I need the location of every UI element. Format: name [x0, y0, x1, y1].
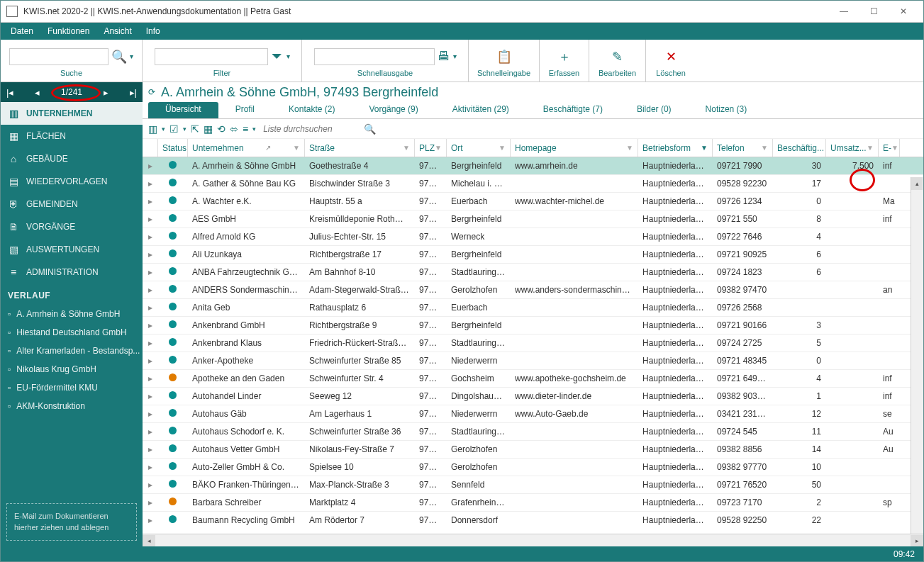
list-icon[interactable]: ≡	[243, 123, 248, 135]
row-expander[interactable]: ▸	[143, 513, 158, 526]
scroll-up-icon[interactable]: ▴	[911, 177, 923, 190]
row-expander[interactable]: ▸	[143, 212, 158, 226]
nav-first-button[interactable]: |◂	[6, 87, 13, 98]
row-expander[interactable]: ▸	[143, 460, 158, 474]
sidebar-item-wiedervorlagen[interactable]: ▤WIEDERVORLAGEN	[1, 170, 143, 193]
filter-icon[interactable]: ▼	[435, 144, 442, 152]
filter-icon[interactable]: ▼	[403, 144, 410, 152]
col-header-9[interactable]: Umsatz...▼	[826, 139, 879, 157]
tab-3[interactable]: Vorgänge (9)	[352, 102, 435, 118]
filter-icon[interactable]: ▼	[293, 144, 300, 152]
col-header-8[interactable]: Beschäftig...▼	[773, 139, 826, 157]
filter-input[interactable]	[155, 48, 268, 65]
sidebar-item-gemeinden[interactable]: ⛨GEMEINDEN	[1, 193, 143, 215]
row-expander[interactable]: ▸	[143, 194, 158, 208]
search-input[interactable]	[9, 48, 108, 65]
filter-icon[interactable]: ▼	[701, 144, 708, 152]
tab-0[interactable]: Übersicht	[148, 102, 218, 118]
row-expander[interactable]: ▸	[143, 265, 158, 279]
row-expander[interactable]: ▸	[143, 478, 158, 492]
tab-6[interactable]: Bilder (0)	[620, 102, 689, 118]
history-item[interactable]: ▫A. Amrhein & Söhne GmbH	[1, 305, 143, 323]
table-row[interactable]: ▸A. Wachter e.K.Hauptstr. 55 a97502Euerb…	[143, 193, 923, 210]
scroll-right-icon[interactable]: ▸	[911, 535, 923, 546]
filter-icon[interactable]: ▼	[867, 144, 874, 152]
table-row[interactable]: ▸Ali UzunkayaRichtbergstraße 1797493Berg…	[143, 246, 923, 264]
grid-icon[interactable]: ▦	[204, 123, 213, 135]
list-search-input[interactable]	[260, 122, 360, 136]
email-dropzone[interactable]: E-Mail zum Dokumentieren hierher ziehen …	[6, 503, 137, 541]
menu-daten[interactable]: Daten	[4, 25, 40, 38]
col-header-7[interactable]: Telefon▼	[713, 139, 773, 157]
history-item[interactable]: ▫Hiestand Deutschland GmbH	[1, 323, 143, 342]
col-header-1[interactable]: Unternehmen↗▼	[188, 139, 305, 157]
nav-next-button[interactable]: ▸	[104, 87, 108, 98]
col-header-0[interactable]: Status▼	[158, 139, 188, 157]
print-icon[interactable]: 🖶	[438, 49, 450, 64]
row-expander[interactable]: ▸	[143, 495, 158, 510]
table-row[interactable]: ▸Barbara SchreiberMarktplatz 497506Grafe…	[143, 494, 923, 512]
quickin-label[interactable]: Schnelleingabe	[477, 69, 530, 77]
history-item[interactable]: ▫Nikolaus Krug GmbH	[1, 360, 143, 378]
export-icon[interactable]: ⇱	[191, 123, 199, 135]
table-row[interactable]: ▸Baumann Recycling GmbHAm Rödertor 79749…	[143, 512, 923, 526]
quickout-input[interactable]	[314, 48, 435, 65]
col-header-5[interactable]: Homepage▼	[511, 139, 638, 157]
table-row[interactable]: ▸ANBA Fahrzeugtechnik GmbHAm Bahnhof 8-1…	[143, 264, 923, 281]
filter-icon[interactable]: ▼	[626, 144, 633, 152]
tab-5[interactable]: Beschäftigte (7)	[526, 102, 620, 118]
search-dropdown-icon[interactable]: ▾	[130, 52, 133, 60]
edit-icon[interactable]: ✎	[612, 49, 623, 64]
menu-funktionen[interactable]: Funktionen	[40, 25, 96, 38]
row-expander[interactable]: ▸	[143, 230, 158, 244]
maximize-button[interactable]: ☐	[859, 3, 888, 20]
row-expander[interactable]: ▸	[143, 318, 158, 332]
filter-dropdown-icon[interactable]: ▾	[286, 52, 290, 60]
col-header-6[interactable]: Betriebsform▼	[638, 139, 713, 157]
row-expander[interactable]: ▸	[143, 442, 158, 456]
funnel-icon[interactable]: ⏷	[271, 49, 284, 64]
list-search-icon[interactable]: 🔍	[364, 123, 376, 135]
sidebar-item-gebäude[interactable]: ⌂GEBÄUDE	[1, 147, 143, 170]
table-row[interactable]: ▸Auto-Zeller GmbH & Co.Spielsee 1097447G…	[143, 459, 923, 476]
nav-prev-button[interactable]: ◂	[35, 87, 40, 98]
quickin-icon[interactable]: 📋	[496, 49, 512, 64]
vertical-scrollbar[interactable]: ▴ ▾	[911, 177, 923, 534]
sidebar-item-auswertungen[interactable]: ▧AUSWERTUNGEN	[1, 238, 143, 261]
row-expander[interactable]: ▸	[143, 159, 158, 173]
row-expander[interactable]: ▸	[143, 354, 158, 368]
delete-icon[interactable]: ✕	[666, 49, 677, 64]
create-label[interactable]: Erfassen	[549, 69, 579, 77]
row-expander[interactable]: ▸	[143, 371, 158, 386]
tab-2[interactable]: Kontakte (2)	[272, 102, 352, 118]
row-expander[interactable]: ▸	[143, 300, 158, 315]
table-row[interactable]: ▸AES GmbHKreismülldeponie Rothmüh...9749…	[143, 210, 923, 228]
reload-icon[interactable]: ⟲	[217, 123, 226, 135]
row-expander[interactable]: ▸	[143, 336, 158, 350]
table-row[interactable]: ▸ANDERS Sondermaschinen...Adam-Stegerwal…	[143, 281, 923, 299]
table-row[interactable]: ▸Anker-ApothekeSchweinfurter Straße 8597…	[143, 352, 923, 370]
plus-icon[interactable]: ＋	[558, 48, 571, 65]
history-item[interactable]: ▫EU-Fördermittel KMU	[1, 378, 143, 397]
tab-4[interactable]: Aktivitäten (29)	[435, 102, 526, 118]
layout-icon[interactable]: ▥	[148, 123, 157, 135]
table-row[interactable]: ▸A. Gather & Söhne Bau KGBischwinder Str…	[143, 175, 923, 193]
close-button[interactable]: ✕	[889, 3, 918, 20]
minimize-button[interactable]: —	[830, 3, 858, 20]
refresh-icon[interactable]: ⟳	[148, 87, 155, 97]
sidebar-item-flächen[interactable]: ▦FLÄCHEN	[1, 125, 143, 147]
expand-icon[interactable]: ⬄	[230, 123, 238, 135]
sidebar-item-administration[interactable]: ≡ADMINISTRATION	[1, 261, 143, 283]
edit-label[interactable]: Bearbeiten	[599, 69, 636, 77]
table-row[interactable]: ▸A. Amrhein & Söhne GmbHGoethestraße 497…	[143, 157, 923, 175]
filter-icon[interactable]: ▼	[499, 144, 506, 152]
history-item[interactable]: ▫Alter Kramerladen - Bestandsp...	[1, 342, 143, 360]
table-row[interactable]: ▸Ankenbrand KlausFriedrich-Rückert-Straß…	[143, 335, 923, 352]
search-icon[interactable]: 🔍	[111, 49, 127, 64]
delete-label[interactable]: Löschen	[656, 69, 686, 77]
table-row[interactable]: ▸Apotheke an den GadenSchweinfurter Str.…	[143, 370, 923, 388]
table-row[interactable]: ▸Autohaus GäbAm Lagerhaus 197464Niederwe…	[143, 405, 923, 423]
horizontal-scrollbar[interactable]: ◂ ▸	[143, 534, 923, 546]
table-row[interactable]: ▸Autohandel LinderSeeweg 1297497Dingolsh…	[143, 388, 923, 405]
tab-1[interactable]: Profil	[218, 102, 272, 118]
